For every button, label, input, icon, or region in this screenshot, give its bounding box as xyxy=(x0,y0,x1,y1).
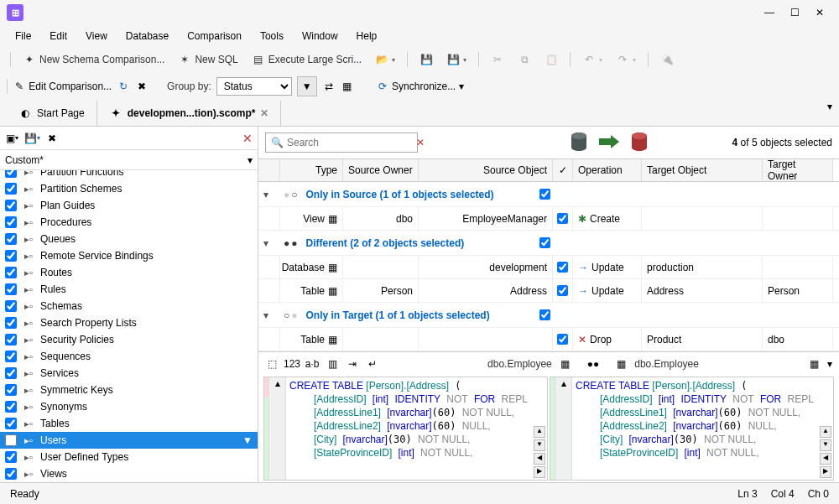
tree-item-routes[interactable]: ▸▫Routes xyxy=(0,264,258,281)
tree-item-tables[interactable]: ▸▫Tables xyxy=(0,415,258,432)
tree-item-partition-schemes[interactable]: ▸▫Partition Schemes xyxy=(0,180,258,197)
tree-checkbox[interactable] xyxy=(5,233,17,245)
menu-edit[interactable]: Edit xyxy=(41,28,76,44)
new-sql-button[interactable]: ✶ New SQL xyxy=(173,50,242,69)
group-checkbox[interactable] xyxy=(539,189,550,200)
tree-checkbox[interactable] xyxy=(5,200,17,211)
chevron-down-icon[interactable]: ▾ xyxy=(827,358,832,370)
line-num-icon[interactable]: 123 xyxy=(285,357,299,371)
col-operation[interactable]: Operation xyxy=(573,159,642,181)
refresh-button[interactable]: ↻ xyxy=(117,80,130,93)
tree-checkbox[interactable] xyxy=(5,451,17,463)
tree-item-views[interactable]: ▸▫Views xyxy=(0,465,258,482)
tree-item-rules[interactable]: ▸▫Rules xyxy=(0,281,258,298)
layout-icon[interactable]: ▥ xyxy=(326,357,339,371)
tree-checkbox[interactable] xyxy=(5,317,17,329)
maximize-button[interactable]: ☐ xyxy=(782,0,807,25)
cut-button[interactable]: ✂ xyxy=(486,50,509,69)
scroll-down-icon[interactable]: ▼ xyxy=(820,439,831,451)
ws-icon[interactable]: ⇥ xyxy=(346,357,359,371)
synchronize-button[interactable]: ⟳ Synchronize... ▾ xyxy=(376,80,464,93)
tree-checkbox[interactable] xyxy=(5,267,17,278)
paste-button[interactable]: 📋 xyxy=(539,50,563,69)
tree-item-symmetric-keys[interactable]: ▸▫Symmetric Keys xyxy=(0,382,258,398)
tree-checkbox[interactable] xyxy=(5,367,17,379)
filter-preset-row[interactable]: Custom* ▾ xyxy=(0,150,258,170)
tree-checkbox[interactable] xyxy=(5,334,17,346)
tree-item-plan-guides[interactable]: ▸▫Plan Guides xyxy=(0,197,258,214)
tree-item-queues[interactable]: ▸▫Queues xyxy=(0,231,258,247)
menu-comparison[interactable]: Comparison xyxy=(179,28,250,44)
group-checkbox[interactable] xyxy=(539,309,550,320)
col-source-owner[interactable]: Source Owner xyxy=(343,159,419,181)
tree-checkbox[interactable] xyxy=(5,216,17,228)
tree-item-procedures[interactable]: ▸▫Procedures xyxy=(0,214,258,231)
menu-window[interactable]: Window xyxy=(294,28,347,44)
col-target-owner[interactable]: Target Owner xyxy=(763,159,833,181)
wrap-icon[interactable]: ↵ xyxy=(366,357,379,371)
tree-item-remote-service-bindings[interactable]: ▸▫Remote Service Bindings xyxy=(0,247,258,264)
dropdown-icon[interactable]: ▣▾ xyxy=(5,132,18,145)
code-pane-right[interactable]: ▴ CREATE TABLE [Person].[Address] ( [Add… xyxy=(550,377,834,481)
minimize-button[interactable]: — xyxy=(757,0,782,25)
tree-checkbox[interactable] xyxy=(5,183,17,195)
tree-checkbox[interactable] xyxy=(5,384,17,396)
tree-checkbox[interactable] xyxy=(5,401,17,413)
grid-options-button[interactable]: ▦ xyxy=(341,80,354,93)
scroll-right-icon[interactable]: ▶ xyxy=(820,466,831,478)
filter-button[interactable]: ▼ xyxy=(297,76,317,96)
tree-checkbox[interactable] xyxy=(5,468,17,480)
menu-tools[interactable]: Tools xyxy=(252,28,292,44)
menu-view[interactable]: View xyxy=(77,28,116,44)
group-row[interactable]: ▾●●Different (2 of 2 objects selected) xyxy=(258,231,839,256)
group-row[interactable]: ▾○●Only in Target (1 of 1 objects select… xyxy=(258,303,839,328)
tab-comparison-document[interactable]: ✦ developmen...tion).scomp* ✕ xyxy=(97,101,282,126)
menu-file[interactable]: File xyxy=(7,28,39,44)
edit-comparison-button[interactable]: ✎ Edit Comparison... xyxy=(13,80,112,93)
tree-item-synonyms[interactable]: ▸▫Synonyms xyxy=(0,398,258,415)
undo-button[interactable]: ↶▾ xyxy=(577,50,607,69)
search-input[interactable] xyxy=(287,137,413,148)
save-all-button[interactable]: 💾▾ xyxy=(441,50,472,69)
scroll-up-icon[interactable]: ▲ xyxy=(820,426,831,438)
col-target-object[interactable]: Target Object xyxy=(642,159,763,181)
row-checkbox[interactable] xyxy=(557,213,568,224)
scroll-left-icon[interactable]: ◀ xyxy=(820,453,831,465)
prev-diff-icon[interactable]: ⬚ xyxy=(265,357,279,371)
tree-checkbox[interactable] xyxy=(5,434,17,446)
tree-checkbox[interactable] xyxy=(5,283,17,295)
groupby-select[interactable]: Status xyxy=(216,77,292,96)
cancel-button[interactable]: ✖ xyxy=(135,80,149,93)
search-box[interactable]: 🔍 ✕ xyxy=(265,132,418,153)
redo-button[interactable]: ↷▾ xyxy=(611,50,641,69)
scroll-up-icon[interactable]: ▲ xyxy=(534,426,545,438)
data-row[interactable]: Database ▦development→ Updateproduction xyxy=(258,256,839,279)
swap-button[interactable]: ⇄ xyxy=(322,80,336,93)
close-button[interactable]: ✕ xyxy=(807,0,832,25)
scroll-right-icon[interactable]: ▶ xyxy=(534,466,545,478)
tree-item-security-policies[interactable]: ▸▫Security Policies xyxy=(0,331,258,348)
tree-item-sequences[interactable]: ▸▫Sequences xyxy=(0,348,258,365)
tree-item-schemas[interactable]: ▸▫Schemas xyxy=(0,298,258,314)
data-row[interactable]: Table ▦✕ DropProductdbo xyxy=(258,328,839,351)
tree-checkbox[interactable] xyxy=(5,170,17,178)
col-check[interactable]: ✓ xyxy=(553,159,573,181)
code-pane-left[interactable]: ▴ CREATE TABLE [Person].[Address] ( [Add… xyxy=(263,377,548,481)
tree-checkbox[interactable] xyxy=(5,418,17,429)
close-panel-icon[interactable]: ✕ xyxy=(242,132,253,145)
group-checkbox[interactable] xyxy=(539,237,550,248)
tab-menu-button[interactable]: ▾ xyxy=(827,101,832,126)
tree-checkbox[interactable] xyxy=(5,300,17,312)
case-icon[interactable]: a·b xyxy=(305,357,319,371)
object-tree[interactable]: ▸▫Partition Functions▸▫Partition Schemes… xyxy=(0,170,258,482)
scroll-down-icon[interactable]: ▼ xyxy=(534,439,545,451)
expand-icon[interactable]: ▾ xyxy=(263,189,277,200)
connect-button[interactable]: 🔌 xyxy=(655,50,679,69)
tree-item-search-property-lists[interactable]: ▸▫Search Property Lists xyxy=(0,314,258,331)
close-icon[interactable]: ✕ xyxy=(260,107,268,119)
expand-icon[interactable]: ▾ xyxy=(263,237,277,249)
save-button[interactable]: 💾 xyxy=(414,50,438,69)
save-icon[interactable]: 💾▾ xyxy=(25,132,39,145)
clear-search-icon[interactable]: ✕ xyxy=(416,137,425,148)
col-source-object[interactable]: Source Object xyxy=(419,159,553,181)
